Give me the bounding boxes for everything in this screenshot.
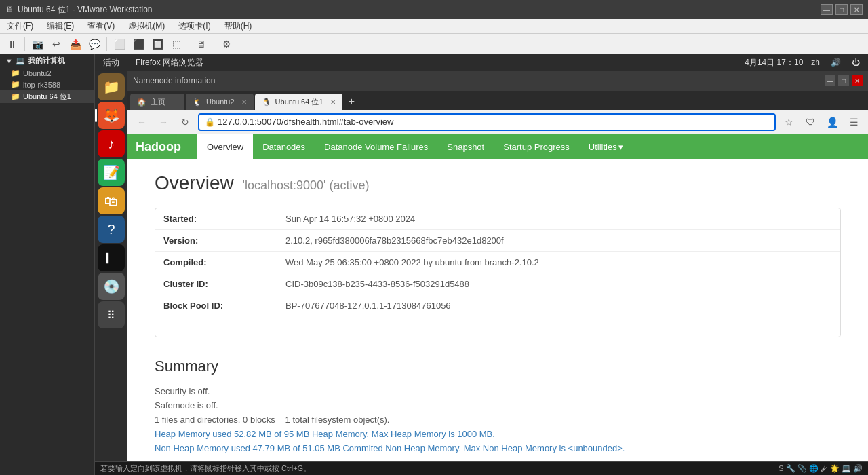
menu-file[interactable]: 文件(F)	[4, 19, 36, 33]
nav-datanodes[interactable]: Datanodes	[253, 134, 315, 159]
ubuntu-browser-menu[interactable]: Firefox 网络浏览器	[133, 56, 206, 70]
nav-back[interactable]: ←	[133, 113, 151, 131]
toolbar-msg[interactable]: 💬	[86, 37, 102, 52]
close-button[interactable]: ✕	[850, 4, 863, 15]
summary-non-heap-link[interactable]: Non Heap Memory used 47.79 MB of 51.05 M…	[155, 443, 841, 453]
sidebar-computer-label: 我的计算机	[28, 56, 65, 66]
nav-snapshot[interactable]: Snapshot	[437, 134, 494, 159]
firefox-minimize[interactable]: —	[825, 75, 835, 86]
tab-ubuntu64[interactable]: 🐧 Ubuntu 64 位1 ✕	[255, 94, 342, 110]
toolbar-screenshot[interactable]: 📷	[29, 37, 45, 52]
nav-menu[interactable]: ☰	[845, 113, 863, 131]
summary-heap-link[interactable]: Heap Memory used 52.82 MB of 95 MB Heap …	[155, 429, 841, 439]
tab-home[interactable]: 🏠 主页	[130, 94, 184, 110]
toolbar-extra[interactable]: ⚙	[218, 37, 235, 52]
nav-utilities[interactable]: Utilities ▾	[579, 134, 633, 159]
toolbar-sep2	[106, 37, 107, 51]
nav-sync[interactable]: 👤	[823, 113, 841, 131]
titlebar: 🖥 Ubuntu 64 位1 - VMware Workstation — □ …	[0, 0, 868, 19]
firefox-close[interactable]: ✕	[852, 75, 863, 86]
tab-ubuntu64-close[interactable]: ✕	[330, 98, 336, 106]
nav-bookmark[interactable]: ☆	[780, 113, 797, 131]
browser-content: Overview 'localhost:9000' (active) Start…	[127, 159, 868, 461]
url-path: :50070/dfshealth.html#tab-overview	[254, 117, 393, 127]
vm-icon-ubuntu64: 📁	[11, 92, 20, 101]
url-text: 127.0.0.1:50070/dfshealth.html#tab-overv…	[218, 117, 393, 127]
appicon-appstore[interactable]: 🛍	[98, 187, 125, 214]
menu-edit[interactable]: 编辑(E)	[44, 19, 77, 33]
new-tab-button[interactable]: +	[344, 94, 360, 110]
menu-tabs[interactable]: 选项卡(I)	[176, 19, 213, 33]
overview-info-table: Started: Sun Apr 14 16:57:32 +0800 2024 …	[155, 208, 840, 316]
utilities-chevron: ▾	[618, 142, 623, 152]
toolbar-sep4	[214, 37, 214, 51]
hadoop-brand: Hadoop	[136, 140, 192, 154]
firefox-win-buttons: — □ ✕	[825, 75, 863, 86]
ubuntu-appbar: 📁 🦊 ♪ 📝 🛍 ? ▌_ 💿 ⠿	[95, 71, 127, 461]
sidebar-itop-label: itop-rk3588	[23, 81, 60, 89]
toolbar-pause[interactable]: ⏸	[4, 37, 20, 52]
menu-view[interactable]: 查看(V)	[85, 19, 117, 33]
value-version: 2.10.2, r965fd380006fa78b2315668fbc7eb43…	[277, 230, 840, 252]
ubuntu-activities[interactable]: 活动	[100, 56, 122, 70]
ubuntu-volume-icon[interactable]: 🔊	[828, 56, 844, 69]
nav-startup-progress[interactable]: Startup Progress	[494, 134, 579, 159]
toolbar-fullscreen1[interactable]: ⬜	[111, 37, 127, 52]
toolbar-fullscreen2[interactable]: ⬛	[130, 37, 146, 52]
toolbar-console[interactable]: 🖥	[193, 37, 210, 52]
tab-home-icon: 🏠	[137, 98, 146, 107]
sidebar-ubuntu64[interactable]: 📁 Ubuntu 64 位1	[0, 90, 94, 103]
taskbar-icons: S 🔧 📎 🌐 🖋 🌟 💻 🔊	[778, 464, 863, 473]
url-bar[interactable]: 🔒 127.0.0.1:50070/dfshealth.html#tab-ove…	[198, 113, 776, 131]
appicon-music[interactable]: ♪	[98, 130, 125, 157]
appicon-files[interactable]: 📁	[98, 73, 125, 100]
toolbar-send[interactable]: 📤	[67, 37, 83, 52]
sidebar-my-computer[interactable]: ▼ 💻 我的计算机	[0, 54, 94, 67]
table-row-block-pool: Block Pool ID: BP-707677048-127.0.1.1-17…	[155, 295, 840, 317]
tab-ubuntu2-close[interactable]: ✕	[241, 98, 247, 106]
toolbar-fullscreen3[interactable]: 🔲	[149, 37, 165, 52]
toolbar-fullscreen4[interactable]: ⬚	[168, 37, 184, 52]
vmware-toolbar: ⏸ 📷 ↩ 📤 💬 ⬜ ⬛ 🔲 ⬚ 🖥 ⚙	[0, 34, 868, 54]
value-compiled: Wed May 25 06:35:00 +0800 2022 by ubuntu…	[277, 252, 840, 273]
firefox-titlebar: Namenode information — □ ✕	[127, 71, 868, 91]
firefox-restore[interactable]: □	[838, 75, 849, 86]
ubuntu-topbar-right: 4月14日 17：10 zh 🔊 ⏻	[745, 56, 863, 69]
overview-subtitle-text: 'localhost:9000' (active)	[243, 178, 370, 192]
tab-ubuntu2[interactable]: 🐧 Ubuntu2 ✕	[186, 94, 254, 110]
nav-reload[interactable]: ↻	[176, 113, 194, 131]
url-prefix: 127.0.0.1	[218, 117, 254, 127]
toolbar-sep1	[24, 37, 25, 51]
menu-help[interactable]: 帮助(H)	[222, 19, 255, 33]
titlebar-controls: — □ ✕	[821, 4, 863, 15]
summary-security: Security is off.	[155, 386, 841, 396]
sidebar-ubuntu2[interactable]: 📁 Ubuntu2	[0, 67, 94, 79]
appicon-apps[interactable]: ⠿	[98, 301, 125, 328]
nav-datanode-failures[interactable]: Datanode Volume Failures	[315, 134, 437, 159]
value-block-pool: BP-707677048-127.0.1.1-1713084761056	[277, 295, 840, 317]
menu-vm[interactable]: 虚拟机(M)	[125, 19, 167, 33]
nav-private[interactable]: 🛡	[802, 113, 819, 131]
summary-title: Summary	[155, 358, 841, 375]
table-row-cluster-id: Cluster ID: CID-3b09c138-b235-4433-8536-…	[155, 273, 840, 295]
restore-button[interactable]: □	[835, 4, 848, 15]
computer-icon: 💻	[16, 56, 25, 65]
ubuntu-datetime: 4月14日 17：10	[745, 57, 803, 69]
toolbar-revert[interactable]: ↩	[48, 37, 64, 52]
appicon-writer[interactable]: 📝	[98, 159, 125, 186]
summary-safemode: Safemode is off.	[155, 400, 841, 411]
appicon-help[interactable]: ?	[98, 216, 125, 243]
nav-overview[interactable]: Overview	[197, 134, 253, 159]
label-compiled: Compiled:	[155, 252, 277, 273]
minimize-button[interactable]: —	[821, 4, 833, 15]
nav-forward[interactable]: →	[155, 113, 172, 131]
ubuntu-lang[interactable]: zh	[808, 56, 823, 69]
appicon-browser[interactable]: 🦊	[98, 102, 125, 129]
ubuntu-power-icon[interactable]: ⏻	[849, 56, 863, 69]
titlebar-title: Ubuntu 64 位1 - VMware Workstation	[18, 4, 153, 16]
sidebar-itop[interactable]: 📁 itop-rk3588	[0, 79, 94, 90]
appicon-terminal[interactable]: ▌_	[98, 244, 125, 271]
summary-files-info: 1 files and directories, 0 blocks = 1 to…	[155, 415, 841, 425]
appicon-dvd[interactable]: 💿	[98, 273, 125, 300]
table-row-started: Started: Sun Apr 14 16:57:32 +0800 2024	[155, 208, 840, 230]
